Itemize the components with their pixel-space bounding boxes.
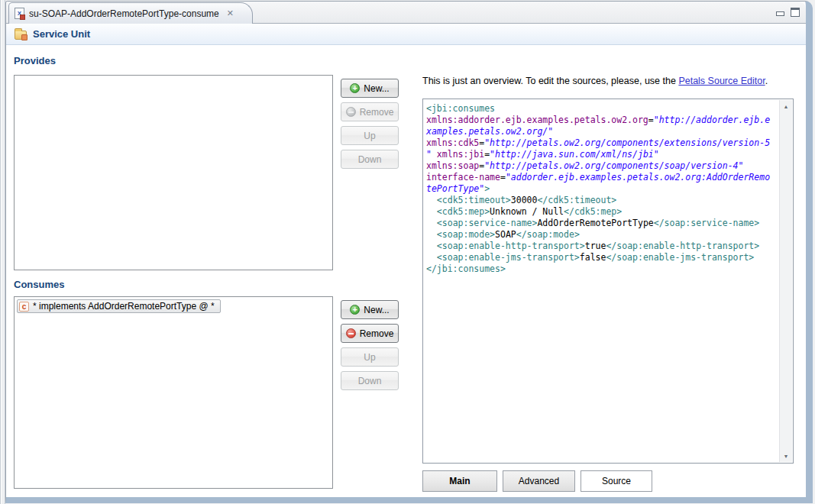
provides-remove-label: Remove <box>360 107 394 118</box>
provides-new-button[interactable]: New... <box>341 79 399 98</box>
code-line: interface-name="addorder.ejb.examples.pe… <box>426 172 777 183</box>
provides-down-label: Down <box>358 154 382 165</box>
provides-up-button: Up <box>341 126 399 145</box>
form-body: Provides New...RemoveUpDown Consumes c* … <box>6 45 806 497</box>
consumer-icon: c <box>19 302 29 312</box>
code-line: xamples.petals.ow2.org/" <box>426 126 777 137</box>
editor-tab-label: su-SOAP-AddOrderRemotePortType-consume <box>29 8 219 19</box>
editor-tab[interactable]: X su-SOAP-AddOrderRemotePortType-consume… <box>8 2 253 24</box>
provides-up-label: Up <box>364 131 375 141</box>
window-controls <box>776 8 800 17</box>
maximize-icon[interactable] <box>791 8 800 17</box>
overview-note: This is just an overview. To edit the so… <box>422 76 768 86</box>
consumes-remove-button[interactable]: Remove <box>341 324 399 343</box>
editor-tab-bar: X su-SOAP-AddOrderRemotePortType-consume… <box>6 2 806 24</box>
remove-icon <box>346 107 356 117</box>
code-line: <jbi:consumes <box>426 103 777 115</box>
code-line: xmlns:cdk5="http://petals.ow2.org/compon… <box>426 137 777 149</box>
code-line: " xmlns:jbi="http://java.sun.com/xml/ns/… <box>426 149 777 160</box>
scroll-down-icon[interactable]: ▼ <box>780 450 792 462</box>
code-line: <soap:service-name>AddOrderRemotePortTyp… <box>426 218 777 229</box>
source-code: <jbi:consumesxmlns:addorder.ejb.examples… <box>426 103 777 460</box>
consumes-remove-label: Remove <box>360 328 394 339</box>
consumes-up-button: Up <box>341 347 399 367</box>
petals-source-editor-link[interactable]: Petals Source Editor <box>678 76 765 86</box>
consumes-buttons: New...RemoveUpDown <box>341 300 399 390</box>
consumes-up-label: Up <box>364 352 375 363</box>
code-line: <soap:mode>SOAP</soap:mode> <box>426 229 777 241</box>
editor-window: X su-SOAP-AddOrderRemotePortType-consume… <box>5 1 813 503</box>
consumes-list[interactable]: c* implements AddOrderRemotePortType @ * <box>14 296 333 489</box>
vertical-scrollbar[interactable]: ▲ ▼ <box>779 100 792 462</box>
provides-heading: Provides <box>14 55 56 66</box>
footer-tabs: MainAdvancedSource <box>422 470 652 492</box>
page-tab-advanced[interactable]: Advanced <box>503 470 575 492</box>
consumes-list-item[interactable]: c* implements AddOrderRemotePortType @ * <box>17 299 221 313</box>
page-tab-main[interactable]: Main <box>422 470 497 492</box>
code-line: <soap:enable-jms-transport>false</soap:e… <box>426 252 777 263</box>
xml-file-icon: X <box>15 8 24 19</box>
provides-remove-button: Remove <box>341 102 399 121</box>
remove-icon <box>346 328 356 338</box>
form-header: Service Unit <box>6 24 806 45</box>
left-sash[interactable] <box>0 0 5 504</box>
code-line: <cdk5:timeout>30000</cdk5:timeout> <box>426 195 777 206</box>
overview-text-before: This is just an overview. To edit the so… <box>422 76 678 86</box>
code-line: xmlns:soap="http://petals.ow2.org/compon… <box>426 160 777 172</box>
service-unit-folder-icon <box>15 31 27 40</box>
provides-list[interactable] <box>14 75 333 270</box>
consumes-new-button[interactable]: New... <box>341 300 399 319</box>
code-line: xmlns:addorder.ejb.examples.petals.ow2.o… <box>426 115 777 126</box>
provides-buttons: New...RemoveUpDown <box>341 79 399 169</box>
page-title: Service Unit <box>33 28 90 40</box>
provides-down-button: Down <box>341 150 399 169</box>
overview-text-after: . <box>765 76 768 86</box>
consumes-down-label: Down <box>358 376 382 386</box>
minimize-icon[interactable] <box>776 11 784 16</box>
source-viewer[interactable]: <jbi:consumesxmlns:addorder.ejb.examples… <box>422 99 794 464</box>
consumes-down-button: Down <box>341 371 399 390</box>
add-icon <box>350 305 360 315</box>
consumes-item-label: * implements AddOrderRemotePortType @ * <box>33 301 215 312</box>
consumes-heading: Consumes <box>14 279 64 290</box>
code-line: tePortType"> <box>426 183 777 195</box>
code-line: <soap:enable-http-transport>true</soap:e… <box>426 241 777 252</box>
provides-new-label: New... <box>364 83 389 94</box>
code-line: <cdk5:mep>Unknown / Null</cdk5:mep> <box>426 206 777 218</box>
consumes-new-label: New... <box>364 305 389 315</box>
page-tab-source[interactable]: Source <box>581 470 652 492</box>
scroll-up-icon[interactable]: ▲ <box>780 100 792 112</box>
code-line: </jbi:consumes> <box>426 263 777 275</box>
add-icon <box>350 83 360 93</box>
close-icon[interactable]: ✕ <box>227 9 234 18</box>
